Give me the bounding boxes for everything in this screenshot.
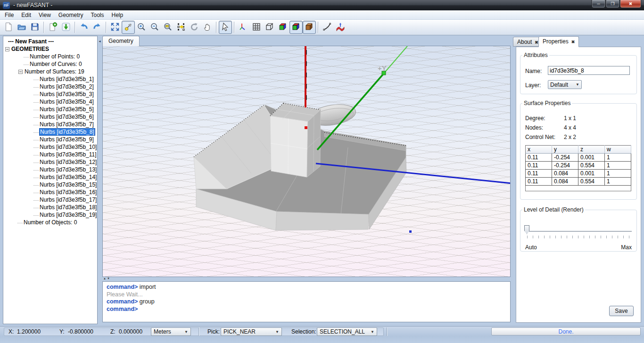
control-net-label: Control Net:	[525, 134, 555, 140]
import-button[interactable]	[59, 21, 73, 34]
tree-item-nurbs[interactable]: Nurbs [id7d3e3f5b_6]	[3, 113, 97, 121]
menu-tools[interactable]: Tools	[87, 11, 108, 19]
zoom-selection-button[interactable]	[122, 21, 135, 34]
menu-bar: File Edit View Geometry Tools Help	[0, 10, 644, 20]
tree-item-nurbs[interactable]: Nurbs [id7d3e3f5b_7]	[3, 121, 97, 128]
tree-item-nurbs[interactable]: Nurbs [id7d3e3f5b_15]	[3, 181, 97, 188]
coord-x-value: 1.200000	[17, 328, 41, 335]
collapse-icon[interactable]	[18, 70, 23, 74]
curve-tool-button[interactable]	[321, 21, 334, 34]
zoom-window-icon	[163, 22, 173, 33]
open-folder-button[interactable]	[15, 21, 28, 34]
pick-dropdown[interactable]: PICK_NEAR▼	[221, 327, 282, 336]
toolbar-separator	[318, 22, 319, 33]
units-dropdown[interactable]: Meters▼	[151, 327, 191, 336]
menu-file[interactable]: File	[1, 11, 17, 19]
collapse-arrow-icon[interactable]: ◄	[98, 40, 101, 43]
selection-dropdown[interactable]: SELECTION_ALL▼	[317, 327, 377, 336]
save-button[interactable]	[28, 21, 41, 34]
zoom-in-button[interactable]	[135, 21, 148, 34]
tree-node-surfaces[interactable]: Number of Surfaces: 19	[3, 68, 97, 75]
menu-view[interactable]: View	[35, 11, 55, 19]
zoom-window-button[interactable]	[161, 21, 174, 34]
tree-item-nurbs[interactable]: Nurbs [id7d3e3f5b_19]	[3, 211, 97, 219]
command-console[interactable]: command> import Please Wait... command> …	[102, 281, 511, 322]
layer-visibility-button[interactable]	[174, 21, 188, 34]
tree-item-nurbs[interactable]: Nurbs [id7d3e3f5b_5]	[3, 106, 97, 113]
new-geometry-button[interactable]	[46, 21, 59, 34]
tree-item-nurbs[interactable]: Nurbs [id7d3e3f5b_17]	[3, 196, 97, 204]
minimize-button[interactable]: ─	[592, 0, 605, 8]
tree-node-curves[interactable]: Number of Curves: 0	[3, 60, 97, 68]
tree-item-nurbs[interactable]: Nurbs [id7d3e3f5b_10]	[3, 143, 97, 151]
console-splitter[interactable]: ▲▼	[102, 277, 511, 281]
menu-help[interactable]: Help	[108, 11, 127, 19]
status-separator	[198, 327, 199, 336]
tree-item-nurbs-selected[interactable]: Nurbs [id7d3e3f5b_8]	[3, 128, 97, 136]
close-tab-icon[interactable]: ✖	[571, 40, 575, 44]
axis-y-label: +Y	[378, 64, 387, 72]
status-bar: X: 1.200000 Y: -0.800000 Z: 0.000000 Met…	[0, 326, 644, 343]
layer-dropdown[interactable]: Default▼	[548, 80, 582, 89]
tree-item-nurbs[interactable]: Nurbs [id7d3e3f5b_16]	[3, 188, 97, 196]
redo-button[interactable]	[91, 21, 104, 34]
tree-root[interactable]: --- New Fasant ---	[3, 38, 97, 45]
menu-geometry[interactable]: Geometry	[55, 11, 87, 19]
tree-item-nurbs[interactable]: Nurbs [id7d3e3f5b_18]	[3, 204, 97, 211]
app-icon: nF	[3, 2, 10, 9]
chevron-down-icon: ▼	[275, 330, 279, 334]
status-separator	[387, 327, 388, 336]
solid-view-icon	[278, 22, 288, 33]
lod-slider-track[interactable]	[526, 231, 632, 232]
tree-node-points[interactable]: Number of Points: 0	[3, 53, 97, 60]
name-field[interactable]	[548, 66, 630, 75]
new-file-button[interactable]	[2, 21, 15, 34]
tower-box[interactable]	[270, 103, 321, 177]
save-icon	[30, 22, 40, 33]
tree-item-nurbs[interactable]: Nurbs [id7d3e3f5b_14]	[3, 173, 97, 181]
coord-x-label: X:	[8, 328, 14, 335]
select-cursor-button[interactable]	[219, 21, 232, 34]
axes-toggle-button[interactable]	[237, 21, 250, 34]
tree-item-nurbs[interactable]: Nurbs [id7d3e3f5b_13]	[3, 166, 97, 173]
tree-item-nurbs[interactable]: Nurbs [id7d3e3f5b_4]	[3, 98, 97, 106]
control-net-table[interactable]: x y z w 0.11 -0.254 0.001 1 0.11 -0.254	[525, 145, 631, 191]
tree-item-nurbs[interactable]: Nurbs [id7d3e3f5b_9]	[3, 136, 97, 143]
textured-view-button[interactable]	[303, 21, 316, 34]
nodes-value: 4 x 4	[564, 124, 576, 131]
tree-item-nurbs[interactable]: Nurbs [id7d3e3f5b_2]	[3, 83, 97, 90]
save-properties-button[interactable]: Save	[609, 306, 634, 316]
zoom-in-icon	[137, 22, 146, 33]
rotate-view-button[interactable]	[188, 21, 201, 34]
zoom-out-button[interactable]	[148, 21, 161, 34]
close-tab-icon[interactable]: ✖	[535, 40, 538, 45]
geometry-tree-panel[interactable]: --- New Fasant --- GEOMETRIES Number of …	[3, 36, 98, 324]
tree-item-nurbs[interactable]: Nurbs [id7d3e3f5b_1]	[3, 75, 97, 83]
tree-node-geometries[interactable]: GEOMETRIES	[3, 45, 97, 53]
lod-slider-thumb[interactable]	[524, 225, 529, 234]
tree-item-nurbs[interactable]: Nurbs [id7d3e3f5b_3]	[3, 90, 97, 98]
solid-edges-view-button[interactable]	[289, 21, 303, 34]
solid-edges-view-icon	[291, 22, 301, 33]
undo-button[interactable]	[77, 21, 91, 34]
wireframe-view-button[interactable]	[263, 21, 276, 34]
pan-view-button[interactable]	[201, 21, 214, 34]
close-button[interactable]: ✖	[620, 0, 641, 8]
fit-view-button[interactable]	[108, 21, 122, 34]
grid-toggle-button[interactable]	[250, 21, 263, 34]
viewport-3d[interactable]: +Y	[102, 46, 511, 277]
tree-node-objects[interactable]: Number of Objects: 0	[3, 219, 97, 226]
splitter-arrows-icon[interactable]: ▲▼	[103, 277, 111, 280]
solid-view-button[interactable]	[276, 21, 289, 34]
surface-tool-button[interactable]	[334, 21, 347, 34]
tree-item-nurbs[interactable]: Nurbs [id7d3e3f5b_11]	[3, 151, 97, 158]
collapse-icon[interactable]	[5, 47, 9, 51]
tab-geometry[interactable]: Geometry	[102, 36, 140, 46]
restore-button[interactable]: ❐	[606, 0, 619, 8]
main-area: --- New Fasant --- GEOMETRIES Number of …	[0, 35, 644, 326]
lod-legend: Level of Detail (Render)	[522, 206, 585, 213]
menu-edit[interactable]: Edit	[17, 11, 35, 19]
tab-properties[interactable]: Properties✖	[538, 36, 579, 47]
tree-item-nurbs[interactable]: Nurbs [id7d3e3f5b_12]	[3, 158, 97, 166]
tree-splitter[interactable]: ◄	[98, 36, 101, 324]
